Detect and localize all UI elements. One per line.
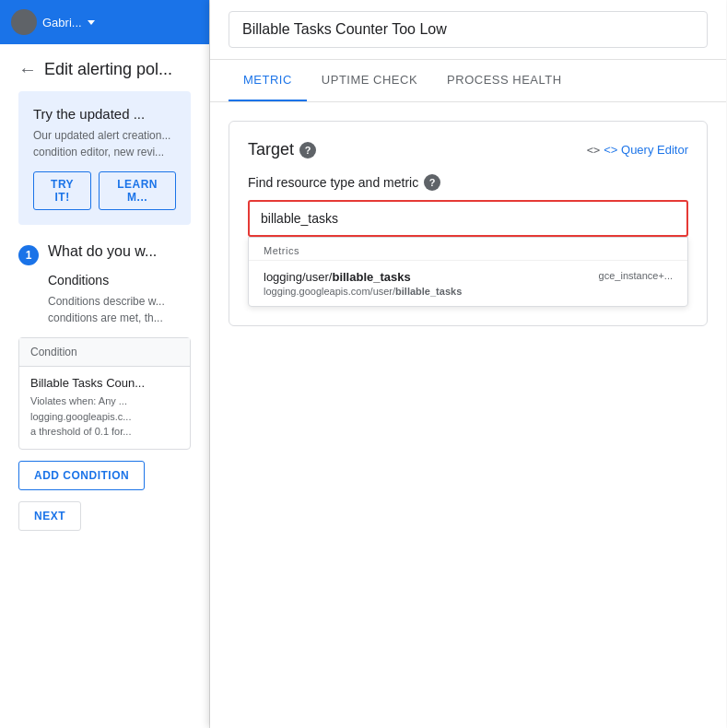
tab-uptime-check[interactable]: UPTIME CHECK: [307, 60, 432, 101]
condition-card: Condition Billable Tasks Coun... Violate…: [18, 337, 191, 450]
condition-detail-3: a threshold of 0.1 for...: [30, 424, 179, 440]
target-card: Target ? <> <> Query Editor Find resourc…: [229, 121, 708, 326]
metric-search-input[interactable]: [248, 200, 688, 237]
modal-panel: METRIC UPTIME CHECK PROCESS HEALTH Targe…: [210, 0, 726, 728]
back-arrow-icon[interactable]: ←: [18, 59, 37, 80]
modal-title-bar: [210, 0, 726, 60]
top-bar: Gabri...: [0, 0, 209, 44]
page-title: Edit alerting pol...: [44, 60, 172, 79]
add-condition-button[interactable]: ADD CONDITION: [18, 461, 145, 490]
target-header: Target ? <> <> Query Editor: [248, 140, 688, 159]
step-badge: 1: [18, 245, 39, 265]
dropdown-meta: gce_instance+...: [599, 270, 673, 281]
conditions-label: Conditions: [48, 273, 191, 288]
dropdown-item[interactable]: logging/user/billable_tasks logging.goog…: [249, 261, 687, 306]
modal-body: Target ? <> <> Query Editor Find resourc…: [210, 102, 726, 728]
chevron-down-icon: [88, 20, 95, 25]
alert-name-input[interactable]: [229, 11, 708, 48]
target-help-icon[interactable]: ?: [299, 142, 316, 159]
metric-dropdown: Metrics logging/user/billable_tasks logg…: [248, 237, 688, 307]
try-box-desc: Our updated alert creation... condition …: [33, 127, 176, 160]
code-icon: <>: [587, 144, 600, 157]
try-box-title: Try the updated ...: [33, 106, 176, 122]
left-content: ← Edit alerting pol... Try the updated .…: [0, 44, 209, 560]
dropdown-metric-name: logging/user/billable_tasks: [264, 270, 462, 284]
next-button[interactable]: NEXT: [18, 501, 81, 531]
user-avatar: [11, 9, 37, 35]
back-row: ← Edit alerting pol...: [18, 59, 191, 80]
step-title: What do you w...: [48, 243, 157, 260]
query-editor-link[interactable]: <> <> Query Editor: [587, 143, 688, 157]
learn-more-button[interactable]: LEARN M...: [99, 171, 176, 210]
modal-tabs: METRIC UPTIME CHECK PROCESS HEALTH: [210, 60, 726, 102]
target-title: Target ?: [248, 140, 316, 159]
condition-detail-1: Violates when: Any ...: [30, 393, 179, 409]
user-chip[interactable]: Gabri...: [11, 9, 95, 35]
condition-card-body: Billable Tasks Coun... Violates when: An…: [19, 367, 190, 449]
condition-detail-2: logging.googleapis.c...: [30, 409, 179, 425]
left-panel: Gabri... ← Edit alerting pol... Try the …: [0, 0, 210, 728]
tab-process-health[interactable]: PROCESS HEALTH: [432, 60, 577, 101]
condition-card-header: Condition: [19, 338, 190, 367]
user-name: Gabri...: [42, 16, 82, 29]
condition-name: Billable Tasks Coun...: [30, 376, 179, 390]
step-header: 1 What do you w...: [18, 243, 191, 265]
dropdown-section-label: Metrics: [249, 238, 687, 261]
find-metric-label: Find resource type and metric ?: [248, 174, 688, 191]
try-updated-box: Try the updated ... Our updated alert cr…: [18, 91, 191, 225]
try-buttons: TRY IT! LEARN M...: [33, 171, 176, 210]
dropdown-item-left: logging/user/billable_tasks logging.goog…: [264, 270, 462, 297]
conditions-desc: Conditions describe w... conditions are …: [48, 293, 191, 326]
step-section: 1 What do you w... Conditions Conditions…: [18, 243, 191, 531]
dropdown-metric-url: logging.googleapis.com/user/billable_tas…: [264, 286, 462, 297]
try-it-button[interactable]: TRY IT!: [33, 171, 91, 210]
find-metric-help-icon[interactable]: ?: [424, 174, 440, 191]
tab-metric[interactable]: METRIC: [229, 60, 307, 101]
